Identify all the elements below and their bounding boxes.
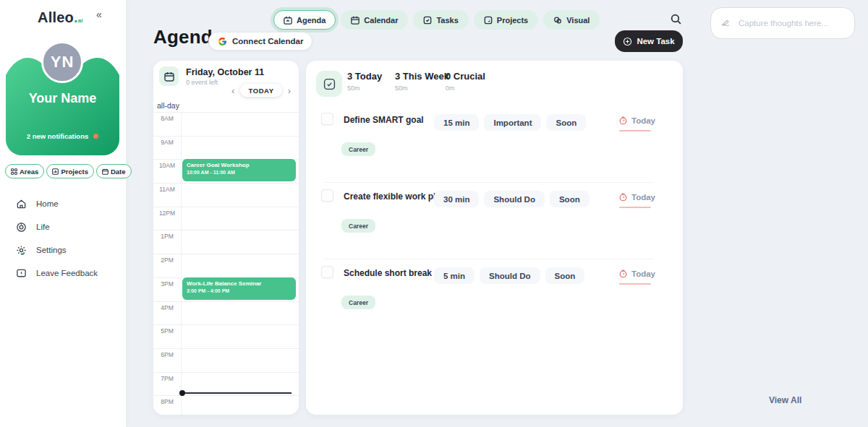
stat-crucial-duration: 0m <box>446 85 485 92</box>
task-tag-career[interactable]: Career <box>341 296 375 309</box>
task-duration-pill[interactable]: 30 min <box>434 191 479 207</box>
pomodoro-timer-icon <box>618 192 628 202</box>
hour-label: 8PM <box>153 398 181 405</box>
avatar[interactable]: YN <box>41 41 83 83</box>
hour-row[interactable]: 2PM <box>153 254 299 277</box>
calendar-event[interactable]: Career Goal Workshop 10:00 AM - 11:00 AM <box>182 159 296 181</box>
task-urgency-pill[interactable]: Soon <box>546 114 586 131</box>
task-duration-pill[interactable]: 5 min <box>434 267 475 284</box>
sidebar: Alleo.ai « YN Your Name 2 new notificati… <box>0 0 126 427</box>
task-checkbox[interactable] <box>321 113 333 125</box>
pomodoro-timer-icon <box>618 269 628 278</box>
tab-calendar[interactable]: Calendar <box>341 10 408 30</box>
sidebar-item-life[interactable]: Life <box>16 215 98 238</box>
task-urgency-pill[interactable]: Soon <box>545 267 585 284</box>
sidebar-collapse-icon[interactable]: « <box>96 9 102 20</box>
notifications[interactable]: 2 new notifications <box>6 132 119 140</box>
prev-day-button[interactable]: ‹ <box>230 85 236 97</box>
connect-calendar-button[interactable]: Connect Calendar <box>208 32 312 51</box>
task-due[interactable]: Today <box>618 269 655 278</box>
logo-suffix: ai <box>78 17 83 24</box>
tab-visual-label: Visual <box>566 16 590 25</box>
visual-icon <box>553 16 562 25</box>
task-urgency-pill[interactable]: Soon <box>550 191 590 207</box>
sidebar-item-home[interactable]: Home <box>16 192 98 215</box>
view-all-link[interactable]: View All <box>769 395 801 405</box>
capture-input[interactable] <box>710 7 855 39</box>
task-title[interactable]: Schedule short break <box>344 268 432 278</box>
stat-today-count: 3 Today <box>347 71 382 82</box>
hour-row[interactable]: 9AM <box>153 136 299 160</box>
tab-tasks[interactable]: Tasks <box>413 10 468 30</box>
hour-row[interactable]: 8PM <box>153 395 299 415</box>
new-task-label: New Task <box>637 37 674 46</box>
hour-label: 9AM <box>153 139 181 146</box>
task-tag-career[interactable]: Career <box>341 142 375 156</box>
alleo-logo: Alleo.ai <box>38 9 83 26</box>
task-title[interactable]: Define SMART goal <box>344 115 424 125</box>
sidebar-item-life-label: Life <box>36 223 50 231</box>
task-checkbox[interactable] <box>321 266 333 278</box>
hour-row[interactable]: 1PM <box>153 230 299 254</box>
next-day-button[interactable]: › <box>286 85 292 97</box>
calendar-events-left: 0 event left <box>186 79 218 86</box>
feedback-icon <box>16 268 27 279</box>
hour-row[interactable]: 6PM <box>153 348 299 372</box>
sidebar-item-settings[interactable]: Settings <box>16 238 98 262</box>
calendar-panel: Friday, October 11 0 event left ‹ TODAY … <box>153 61 299 415</box>
hour-row[interactable]: 5PM <box>153 324 299 348</box>
sidebar-filter-row: Areas Projects Date <box>5 164 132 178</box>
stat-today-duration: 50m <box>347 85 382 92</box>
task-due-label: Today <box>631 269 655 278</box>
sidebar-item-settings-label: Settings <box>36 246 67 254</box>
filter-areas-button[interactable]: Areas <box>5 164 44 178</box>
task-due[interactable]: Today <box>618 116 655 125</box>
calendar-date-title: Friday, October 11 <box>186 67 264 77</box>
today-button[interactable]: TODAY <box>240 84 281 97</box>
stat-this-week: 3 This Week 50m <box>395 71 449 92</box>
task-priority-pill[interactable]: Should Do <box>484 191 545 207</box>
stat-crucial: 0 Crucial 0m <box>446 71 485 92</box>
event-title: Career Goal Workshop <box>187 162 292 168</box>
tab-projects-label: Projects <box>497 16 528 25</box>
tab-visual[interactable]: Visual <box>543 10 600 30</box>
filter-date-label: Date <box>111 168 126 176</box>
filter-date-button[interactable]: Date <box>96 164 132 178</box>
calendar-nav: ‹ TODAY › <box>230 84 292 97</box>
task-priority-pill[interactable]: Important <box>484 114 541 131</box>
task-due[interactable]: Today <box>618 192 655 202</box>
stat-this-week-duration: 50m <box>395 85 449 92</box>
filter-projects-button[interactable]: Projects <box>46 164 94 178</box>
hour-row[interactable]: 4PM <box>153 301 299 325</box>
calendar-event[interactable]: Work-Life Balance Seminar 3:00 PM - 4:00… <box>182 277 296 300</box>
hour-label: 4PM <box>153 304 181 311</box>
google-icon <box>218 37 227 46</box>
event-title: Work-Life Balance Seminar <box>187 280 292 287</box>
stat-this-week-count: 3 This Week <box>395 71 449 82</box>
tab-projects[interactable]: Projects <box>474 10 538 30</box>
new-task-button[interactable]: New Task <box>615 30 683 52</box>
profile-card: YN Your Name 2 new notifications <box>6 43 119 155</box>
task-priority-pill[interactable]: Should Do <box>480 267 540 284</box>
sidebar-item-home-label: Home <box>36 199 59 208</box>
task-checkbox[interactable] <box>321 189 333 202</box>
task-title[interactable]: Create flexible work plan <box>344 191 446 202</box>
checkbox-icon <box>423 16 432 25</box>
tab-agenda[interactable]: Agenda <box>273 10 336 30</box>
search-button[interactable] <box>668 12 684 28</box>
calendar-icon <box>351 16 359 25</box>
hour-row[interactable]: 11AM <box>153 183 299 207</box>
hour-label: 3PM <box>153 280 181 288</box>
task-attributes: 5 min Should Do Soon <box>434 267 584 284</box>
tab-tasks-label: Tasks <box>436 16 458 25</box>
filter-areas-label: Areas <box>20 168 38 176</box>
tab-agenda-label: Agenda <box>297 16 326 25</box>
task-duration-pill[interactable]: 15 min <box>434 114 479 131</box>
kanban-icon <box>484 16 493 25</box>
task-tag-career[interactable]: Career <box>341 219 375 233</box>
hour-label: 5PM <box>153 327 181 335</box>
hour-row[interactable]: 8AM <box>153 112 299 136</box>
sidebar-item-leave-feedback[interactable]: Leave Feedback <box>16 262 98 285</box>
hour-label: 2PM <box>153 256 181 264</box>
hour-row[interactable]: 12PM <box>153 207 299 230</box>
